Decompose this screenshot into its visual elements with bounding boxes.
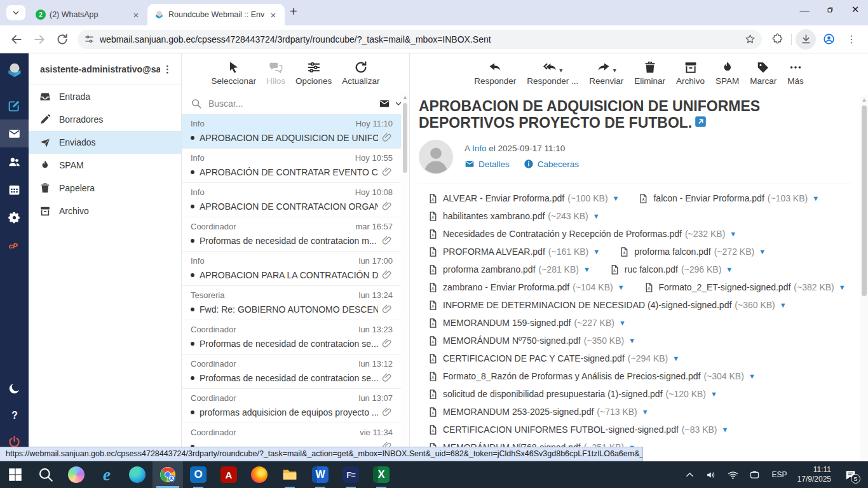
language-indicator[interactable]: ESP [766,470,794,479]
attachment-menu-caret-icon[interactable]: ▼ [726,266,733,273]
attachment-menu-caret-icon[interactable]: ▼ [710,390,717,398]
ie[interactable] [92,461,122,488]
clock[interactable]: 11:11 17/9/2025 [794,465,839,484]
tray-chevron-up-icon[interactable] [679,470,701,480]
tab-whatsapp[interactable]: 2 (2) WhatsApp × [29,4,147,25]
message-row[interactable]: Coordinador lun 13:23 Proformas de neces… [182,320,409,355]
message-row[interactable]: Coordinador lun 13:12 Proformas de neces… [182,355,409,389]
attachment-menu-caret-icon[interactable]: ▼ [613,194,620,202]
entrada[interactable]: Entrada [29,85,181,108]
content-scrollbar[interactable]: ▲ [860,95,868,461]
excel[interactable] [366,461,397,488]
archivo[interactable]: Archivo [676,59,705,86]
compose-icon[interactable] [0,92,29,119]
bookmark-star-icon[interactable] [745,34,756,44]
attachment-item[interactable]: proforma falcon.pdf (~272 KB) ▼ [619,243,766,261]
attachment-menu-caret-icon[interactable]: ▼ [642,408,649,416]
marcar[interactable]: Marcar [750,59,776,86]
restore-button[interactable] [817,0,843,19]
attachment-item[interactable]: CERTIFICACION UNIFORMES FUTBOL-signed-si… [428,421,728,438]
attachment-menu-caret-icon[interactable]: ▼ [839,283,846,291]
contacts-icon[interactable] [0,147,29,175]
search-scope-mail-icon[interactable] [379,98,390,109]
scroll-up-icon[interactable]: ▲ [402,93,408,102]
attachment-item[interactable]: Formato_8_Razón de Proformas y Análisis … [428,367,756,385]
attachment-item[interactable]: MEMORÁNDUM Nº750-signed.pdf (~350 KB) ▼ [428,332,635,349]
mail-icon[interactable] [0,119,29,147]
message-row[interactable]: Info Hoy 10:55 APROBACIÓN DE CONTRATAR E… [182,149,409,183]
attachment-item[interactable]: proforma zambrano.pdf (~281 KB) ▼ [428,261,590,278]
attachment-menu-caret-icon[interactable]: ▼ [593,212,600,220]
hilos[interactable]: Hilos [266,59,285,86]
browser-menu-button[interactable]: ⋮ [841,29,862,50]
responder[interactable]: Responder ... [527,59,578,86]
attachment-item[interactable]: Formato_2_ET-signed-signed.pdf (~382 KB)… [644,278,846,296]
volume-icon[interactable] [701,470,722,480]
message-row[interactable]: Info Hoy 11:10 APROBACION DE ADQUISICION… [182,114,409,149]
attachment-item[interactable]: ruc falcon.pdf (~296 KB) ▼ [609,261,733,278]
tab-search-button[interactable] [6,5,25,20]
close-window-button[interactable]: ✕ [843,0,868,19]
message-row[interactable]: Info Hoy 10:08 APROBACION DE CONTRATACIO… [182,183,409,217]
forticlient[interactable] [336,461,366,488]
attachment-item[interactable]: CERTIFICACION DE PAC Y CATE-signed.pdf (… [428,349,679,367]
help-icon[interactable]: ? [0,402,29,428]
new-tab-button[interactable]: + [290,4,297,19]
start[interactable] [0,461,31,488]
message-row[interactable]: Info lun 17:00 APROBACION PARA LA CONTRA… [182,252,409,286]
cpanel-icon[interactable]: cP [0,231,29,259]
message-row[interactable]: Coordinador mar 16:57 Proformas de neces… [182,217,409,252]
chrome[interactable] [153,461,183,488]
actualizar[interactable]: Actualizar [342,59,379,86]
attachment-item[interactable]: INFORME DE DETERMINACION DE NECESIDAD (4… [428,296,787,314]
attachment-menu-caret-icon[interactable]: ▼ [812,194,819,202]
edge[interactable] [122,461,153,488]
site-info-icon[interactable] [84,34,95,44]
extensions-button[interactable] [767,29,787,50]
scroll-thumb[interactable] [403,103,407,173]
back-button[interactable] [6,29,27,50]
address-bar[interactable]: webmail.sanjuan.gob.ec/cpsess4728443724/… [78,30,762,49]
search[interactable] [31,461,61,488]
firefox[interactable] [244,461,275,488]
explorer[interactable] [275,461,305,488]
attachment-item[interactable]: Necesidades de Contratación y Recepción … [428,225,736,243]
close-tab-icon[interactable]: × [131,10,141,20]
scroll-thumb[interactable] [862,105,867,296]
attachment-item[interactable]: falcon - Enviar Proforma.pdf (~103 KB) ▼ [638,189,819,207]
word[interactable] [305,461,336,488]
calendar-icon[interactable] [0,175,29,203]
attachment-menu-caret-icon[interactable]: ▼ [749,372,756,380]
copilot[interactable] [61,461,92,488]
profile-button[interactable] [818,29,839,50]
gear-icon[interactable] [0,203,29,231]
attachment-menu-caret-icon[interactable]: ▼ [729,230,736,238]
attachment-item[interactable]: zambrano - Enviar Proforma.pdf (~104 KB)… [428,278,625,296]
attachment-menu-caret-icon[interactable]: ▼ [721,426,728,433]
attachment-menu-caret-icon[interactable]: ▼ [619,319,626,327]
seleccionar[interactable]: Seleccionar [212,59,257,86]
cabeceras[interactable]: Cabeceras [524,159,579,169]
attachment-menu-caret-icon[interactable]: ▼ [759,248,766,255]
opciones[interactable]: Opciones [295,59,332,86]
mas[interactable]: Más [787,59,804,86]
downloads-button[interactable] [796,29,816,50]
eliminar[interactable]: Eliminar [634,59,665,86]
message-row[interactable]: Tesoreria lun 13:24 Fwd: Re: GOBIERNO AU… [182,286,409,320]
notifications-button[interactable]: 5 [839,469,862,481]
acrobat[interactable] [214,461,244,488]
reenviar[interactable]: Reenviar [589,59,623,86]
message-row[interactable]: Coordinador lun 13:07 proformas adquisic… [182,389,409,423]
archivo[interactable]: Archivo [29,200,181,222]
attachment-menu-caret-icon[interactable]: ▼ [628,337,635,344]
attachment-item[interactable]: solicitud de disponibilidad presupuestar… [428,385,717,403]
close-tab-icon[interactable]: × [268,10,278,20]
attachment-item[interactable]: MEMORANDUM 159-signed.pdf (~227 KB) ▼ [428,314,626,332]
folder-menu-button[interactable]: ⋮ [160,64,175,75]
borradores[interactable]: Borradores [29,108,181,131]
search-input[interactable] [208,98,375,109]
attachment-item[interactable]: habilitantes xambrano.pdf (~243 KB) ▼ [428,207,600,225]
scroll-up-icon[interactable]: ▲ [862,95,867,104]
open-in-new-window-icon[interactable] [695,116,707,128]
moon-icon[interactable] [0,375,29,402]
